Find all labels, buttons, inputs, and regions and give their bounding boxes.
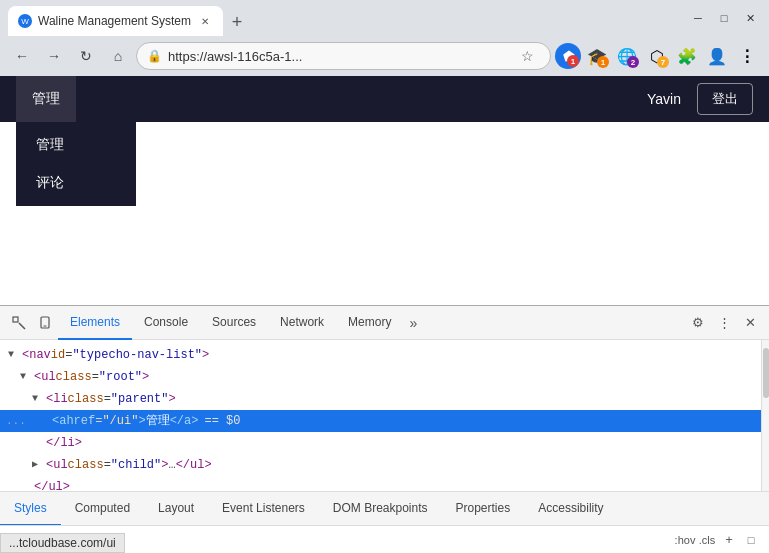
active-tab[interactable]: W Waline Management System ✕: [8, 6, 223, 36]
bottom-tab-event-listeners[interactable]: Event Listeners: [208, 492, 319, 526]
nav-item-manage[interactable]: 管理 管理 评论: [16, 76, 76, 122]
url-text: https://awsl-116c5a-1...: [168, 49, 508, 64]
devtools-scrollbar[interactable]: [761, 340, 769, 491]
nav-user-name: Yavin: [647, 91, 681, 107]
three-dots-icon: ...: [6, 412, 26, 430]
dom-line-ul-root[interactable]: ▼ <ul class="root" >: [0, 366, 761, 388]
filter-new-rule-btn[interactable]: □: [741, 530, 761, 550]
minimize-button[interactable]: ─: [687, 7, 709, 29]
devtools-tab-memory[interactable]: Memory: [336, 306, 403, 340]
dropdown-item-manage[interactable]: 管理: [16, 126, 136, 164]
title-bar: W Waline Management System ✕ + ─ □ ✕: [0, 0, 769, 36]
filter-add-btn[interactable]: +: [719, 530, 739, 550]
devtools-bottom-tabs: Styles Computed Layout Event Listeners D…: [0, 491, 769, 525]
dropdown-menu: 管理 评论: [16, 122, 136, 206]
filter-hover-btn[interactable]: :hov: [675, 530, 695, 550]
tab-favicon: W: [18, 14, 32, 28]
extension-3[interactable]: 🌐 2: [613, 42, 641, 70]
new-tab-button[interactable]: +: [223, 8, 251, 36]
devtools-kebab-button[interactable]: ⋮: [711, 310, 737, 336]
dom-line-ul-child[interactable]: ▶ <ul class="child" >…</ul>: [0, 454, 761, 476]
tab-title: Waline Management System: [38, 14, 191, 28]
back-button[interactable]: ←: [8, 42, 36, 70]
collapse-arrow-child[interactable]: ▶: [32, 456, 46, 474]
filter-actions: :hov .cls + □: [675, 530, 761, 550]
bottom-tab-styles[interactable]: Styles: [0, 492, 61, 526]
collapse-arrow-nav[interactable]: ▼: [8, 346, 22, 364]
dom-line-close-ul[interactable]: </ul>: [0, 476, 761, 491]
tab-bar: W Waline Management System ✕ +: [8, 0, 681, 36]
address-bar-input[interactable]: 🔒 https://awsl-116c5a-1... ☆: [136, 42, 551, 70]
refresh-button[interactable]: ↻: [72, 42, 100, 70]
nav-logout-button[interactable]: 登出: [697, 83, 753, 115]
browser-frame: W Waline Management System ✕ + ─ □ ✕ ← →…: [0, 0, 769, 553]
extension-1[interactable]: ⬟ 1: [555, 43, 581, 69]
extension-2[interactable]: 🎓 1: [583, 42, 611, 70]
dom-line-a-selected[interactable]: ... <a href="/ui" >管理</a> == $0: [0, 410, 761, 432]
address-bar: ← → ↻ ⌂ 🔒 https://awsl-116c5a-1... ☆ ⬟ 1…: [0, 36, 769, 76]
devtools-more-tabs[interactable]: »: [403, 306, 423, 340]
device-toggle-button[interactable]: [32, 310, 58, 336]
svg-rect-0: [13, 317, 18, 322]
devtools-panel: Elements Console Sources Network Memory …: [0, 305, 769, 553]
devtools-toolbar: Elements Console Sources Network Memory …: [0, 306, 769, 340]
extension-6-avatar[interactable]: 👤: [703, 42, 731, 70]
bottom-tab-computed[interactable]: Computed: [61, 492, 144, 526]
svg-line-1: [19, 323, 25, 329]
devtools-content: ▼ <nav id="typecho-nav-list" > ▼ <ul cla…: [0, 340, 769, 491]
status-bar: ...tcloudbase.com/ui: [0, 533, 125, 553]
browser-menu-button[interactable]: ⋮: [733, 42, 761, 70]
devtools-tab-network[interactable]: Network: [268, 306, 336, 340]
home-button[interactable]: ⌂: [104, 42, 132, 70]
site-header: 管理 管理 评论 Yavin 登出: [0, 76, 769, 122]
bottom-tab-accessibility[interactable]: Accessibility: [524, 492, 617, 526]
collapse-arrow-ul[interactable]: ▼: [20, 368, 34, 386]
dom-line-li-parent[interactable]: ▼ <li class="parent" >: [0, 388, 761, 410]
close-button[interactable]: ✕: [739, 7, 761, 29]
forward-button[interactable]: →: [40, 42, 68, 70]
site-nav: 管理 管理 评论: [16, 76, 76, 122]
bookmark-button[interactable]: ☆: [514, 43, 540, 69]
tab-close-button[interactable]: ✕: [197, 13, 213, 29]
dom-line-close-li[interactable]: </li>: [0, 432, 761, 454]
filter-cls-btn[interactable]: .cls: [697, 530, 717, 550]
page-content-area: 管理 管理 评论 Yavin 登出 下大设置 ...tcloudbase.com…: [0, 76, 769, 553]
inspect-element-button[interactable]: [6, 310, 32, 336]
maximize-button[interactable]: □: [713, 7, 735, 29]
bottom-tab-dom-breakpoints[interactable]: DOM Breakpoints: [319, 492, 442, 526]
address-actions: ☆: [514, 43, 540, 69]
devtools-close-button[interactable]: ✕: [737, 310, 763, 336]
ext2-badge: 1: [597, 56, 609, 68]
devtools-tab-elements[interactable]: Elements: [58, 306, 132, 340]
devtools-settings-button[interactable]: ⚙: [685, 310, 711, 336]
collapse-arrow-li[interactable]: ▼: [32, 390, 46, 408]
bottom-tab-layout[interactable]: Layout: [144, 492, 208, 526]
dom-line-nav[interactable]: ▼ <nav id="typecho-nav-list" >: [0, 344, 761, 366]
ext1-badge: 1: [567, 55, 579, 67]
dom-tree: ▼ <nav id="typecho-nav-list" > ▼ <ul cla…: [0, 340, 761, 491]
devtools-tab-sources[interactable]: Sources: [200, 306, 268, 340]
extension-5-puzzle[interactable]: 🧩: [673, 42, 701, 70]
scrollbar-thumb[interactable]: [763, 348, 769, 398]
ext3-badge: 2: [627, 56, 639, 68]
bottom-tab-properties[interactable]: Properties: [442, 492, 525, 526]
extension-icons: ⬟ 1 🎓 1 🌐 2 ⬡ 7 🧩 👤 ⋮: [555, 42, 761, 70]
lock-icon: 🔒: [147, 49, 162, 63]
extension-4[interactable]: ⬡ 7: [643, 42, 671, 70]
devtools-tab-console[interactable]: Console: [132, 306, 200, 340]
ext4-badge: 7: [657, 56, 669, 68]
window-controls: ─ □ ✕: [687, 7, 761, 29]
dropdown-item-comments[interactable]: 评论: [16, 164, 136, 202]
